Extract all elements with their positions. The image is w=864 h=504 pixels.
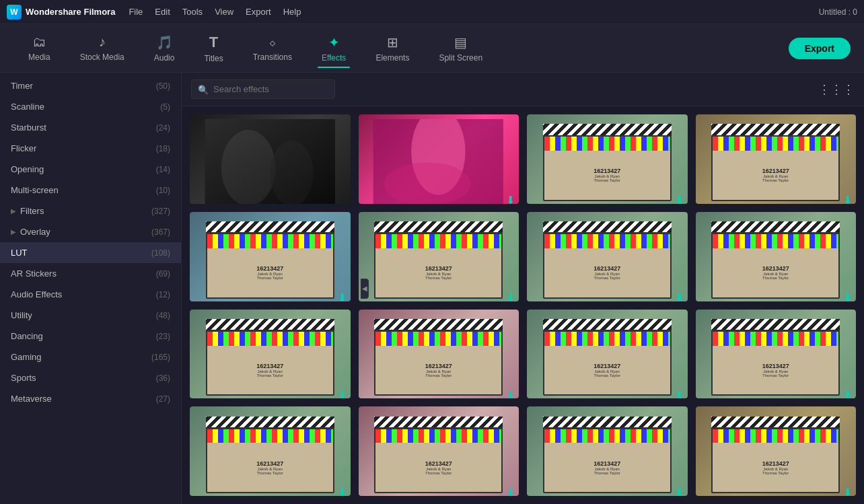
menu-edit[interactable]: Edit: [155, 7, 170, 17]
effects-grid: SinCity ⬇ Fitness_Intense_Overlay: [182, 106, 864, 504]
menu-export[interactable]: Export: [246, 7, 271, 17]
sidebar-item-starburst[interactable]: Starburst (24): [0, 117, 181, 138]
effect-thumb-inner-movie-1: 16213427 Jakob & Ryan Thomas Taylor: [527, 114, 688, 204]
tool-titles[interactable]: T Titles: [189, 28, 238, 69]
clapper-note-3: Thomas Taylor: [257, 276, 283, 280]
expand-arrow-filters: ▶: [11, 207, 16, 215]
sidebar-item-utility[interactable]: Utility (48): [0, 305, 181, 326]
effect-card-movie-9[interactable]: 16213427 Jakob & Ryan Thomas Taylor ⬇ Mo…: [190, 310, 351, 399]
clapperboard-movie-3: 16213427 Jakob & Ryan Thomas Taylor: [206, 221, 334, 298]
clapper-note: Thomas Taylor: [594, 178, 620, 182]
clapper-stripes-9: [207, 332, 333, 346]
tool-split-screen[interactable]: ▤ Split Screen: [424, 29, 497, 68]
sidebar-item-ar-stickers[interactable]: AR Stickers (69): [0, 263, 181, 284]
sidebar-collapse-button[interactable]: ◀: [361, 279, 369, 299]
sidebar-item-gaming[interactable]: Gaming (165): [0, 347, 181, 367]
effect-thumb-inner-movie-2: 16213427 Jakob & Ryan Thomas Taylor: [696, 114, 857, 204]
tool-media-label: Media: [28, 52, 50, 62]
effect-thumb-fitness: ⬇: [359, 114, 519, 204]
sidebar-label-overlay: Overlay: [20, 227, 151, 237]
effect-card-movie-4[interactable]: 16213427 Jakob & Ryan Thomas Taylor ⬇ Mo…: [359, 212, 519, 301]
clapper-note-2: Thomas Taylor: [762, 178, 789, 182]
tool-stock-media[interactable]: ♪ Stock Media: [65, 29, 139, 67]
sidebar-item-lut[interactable]: LUT (108): [0, 242, 181, 263]
menu-items: File Edit Tools View Export Help: [129, 7, 301, 17]
sidebar-item-audio-effects[interactable]: Audio Effects (12): [0, 284, 181, 305]
sidebar-label-utility: Utility: [11, 310, 156, 320]
effect-thumb-movie-10: 16213427 Jakob & Ryan Thomas Taylor ⬇: [359, 310, 519, 399]
sidebar-item-timer[interactable]: Timer (50): [0, 75, 181, 96]
clapper-text: 16213427: [593, 168, 620, 174]
clapper-body: 16213427 Jakob & Ryan Thomas Taylor: [544, 151, 670, 200]
clapperboard-movie-7: 16213427 Jakob & Ryan Thomas Taylor: [711, 221, 840, 298]
effect-card-movie-14[interactable]: 16213427 Jakob & Ryan Thomas Taylor ⬇ Mo…: [359, 406, 519, 496]
effect-card-fitness[interactable]: ⬇ Fitness_Intense_Overlay: [359, 114, 519, 204]
download-icon-movie-13: ⬇: [338, 486, 347, 496]
menu-view[interactable]: View: [215, 7, 233, 17]
effect-card-movie-2[interactable]: 16213427 Jakob & Ryan Thomas Taylor ⬇ Mo…: [696, 114, 857, 204]
download-icon-movie-16: ⬇: [843, 486, 852, 496]
tool-split-screen-label: Split Screen: [439, 53, 482, 63]
search-input[interactable]: [191, 79, 335, 99]
app-logo-icon: W: [7, 5, 22, 20]
effect-card-movie-5[interactable]: 16213427 Jakob & Ryan Thomas Taylor ⬇ Mo…: [527, 212, 688, 301]
sidebar-count-dancing: (23): [156, 332, 170, 341]
effect-card-movie-1[interactable]: 16213427 Jakob & Ryan Thomas Taylor ⬇ Mo…: [527, 114, 688, 204]
effect-card-movie-16[interactable]: 16213427 Jakob & Ryan Thomas Taylor ⬇ Mo…: [696, 406, 857, 496]
tool-titles-label: Titles: [204, 54, 223, 63]
tool-effects[interactable]: ✦ Effects: [307, 29, 361, 68]
titles-icon: T: [209, 34, 218, 51]
menu-file[interactable]: File: [129, 7, 143, 17]
download-icon-movie-4: ⬇: [506, 291, 515, 301]
sidebar-item-filters[interactable]: ▶ Filters (327): [0, 201, 181, 221]
clapperboard-movie-5: 16213427 Jakob & Ryan Thomas Taylor: [543, 221, 672, 298]
sidebar-label-metaverse: Metaverse: [11, 394, 156, 404]
sincity-svg: [198, 119, 343, 204]
clapper-stripes-2: [713, 137, 838, 151]
clapper-top-3: [206, 221, 334, 233]
toolbar: 🗂 Media ♪ Stock Media 🎵 Audio T Titles ⬦…: [0, 24, 864, 73]
effect-card-movie-11[interactable]: 16213427 Jakob & Ryan Thomas Taylor ⬇ Mo…: [527, 310, 688, 399]
effect-thumb-sincity: [190, 114, 351, 204]
elements-icon: ⊞: [387, 34, 398, 50]
effect-card-movie-12[interactable]: 16213427 Jakob & Ryan Thomas Taylor ⬇ Mo…: [696, 310, 857, 399]
sidebar-item-overlay[interactable]: ▶ Overlay (367): [0, 221, 181, 242]
sidebar-count-starburst: (24): [156, 123, 170, 133]
effect-card-movie-13[interactable]: 16213427 Jakob & Ryan Thomas Taylor ⬇ Mo…: [190, 406, 351, 496]
tool-stock-media-label: Stock Media: [80, 52, 124, 62]
clapper-main-16: 16213427 Jakob & Ryan Thomas Taylor: [711, 428, 840, 493]
tool-elements[interactable]: ⊞ Elements: [361, 29, 424, 68]
main-content: Timer (50) Scanline (5) Starburst (24) F…: [0, 73, 864, 504]
effect-card-movie-15[interactable]: 16213427 Jakob & Ryan Thomas Taylor ⬇ Mo…: [527, 406, 688, 496]
sidebar-count-timer: (50): [156, 81, 170, 91]
effect-card-movie-10[interactable]: 16213427 Jakob & Ryan Thomas Taylor ⬇ Mo…: [359, 310, 519, 399]
effect-card-sincity[interactable]: SinCity: [190, 114, 351, 204]
export-button[interactable]: Export: [789, 38, 851, 59]
sidebar-item-flicker[interactable]: Flicker (18): [0, 138, 181, 159]
app-name: Wondershare Filmora: [26, 7, 115, 17]
effect-thumb-movie-13: 16213427 Jakob & Ryan Thomas Taylor ⬇: [190, 406, 351, 496]
clapper-main-4: 16213427 Jakob & Ryan Thomas Taylor: [374, 233, 503, 298]
clapper-body-7: 16213427 Jakob & Ryan Thomas Taylor: [713, 248, 838, 297]
sidebar-item-multi-screen[interactable]: Multi-screen (10): [0, 180, 181, 201]
sidebar-item-metaverse[interactable]: Metaverse (27): [0, 388, 181, 409]
tool-audio[interactable]: 🎵 Audio: [139, 29, 190, 68]
sidebar-item-opening[interactable]: Opening (14): [0, 159, 181, 180]
menu-tools[interactable]: Tools: [182, 7, 203, 17]
clapper-top-10: [374, 319, 503, 331]
grid-view-icon[interactable]: ⋮⋮⋮: [818, 82, 855, 97]
effect-card-movie-7[interactable]: 16213427 Jakob & Ryan Thomas Taylor ⬇ Mo…: [696, 212, 857, 301]
sidebar-item-dancing[interactable]: Dancing (23): [0, 326, 181, 347]
clapper-body-3: 16213427 Jakob & Ryan Thomas Taylor: [207, 248, 333, 297]
sidebar-label-sports: Sports: [11, 373, 156, 383]
sidebar-count-sports: (36): [156, 373, 170, 383]
sidebar-item-sports[interactable]: Sports (36): [0, 367, 181, 388]
effect-card-movie-3[interactable]: 16213427 Jakob & Ryan Thomas Taylor ⬇ Mo…: [190, 212, 351, 301]
effect-thumb-movie-11: 16213427 Jakob & Ryan Thomas Taylor ⬇: [527, 310, 688, 399]
tool-transitions[interactable]: ⬦ Transitions: [238, 29, 307, 67]
menu-help[interactable]: Help: [283, 7, 301, 17]
effect-thumb-movie-3: 16213427 Jakob & Ryan Thomas Taylor ⬇: [190, 212, 351, 301]
clapper-stripes-13: [207, 429, 333, 443]
tool-media[interactable]: 🗂 Media: [13, 29, 65, 67]
sidebar-item-scanline[interactable]: Scanline (5): [0, 96, 181, 117]
